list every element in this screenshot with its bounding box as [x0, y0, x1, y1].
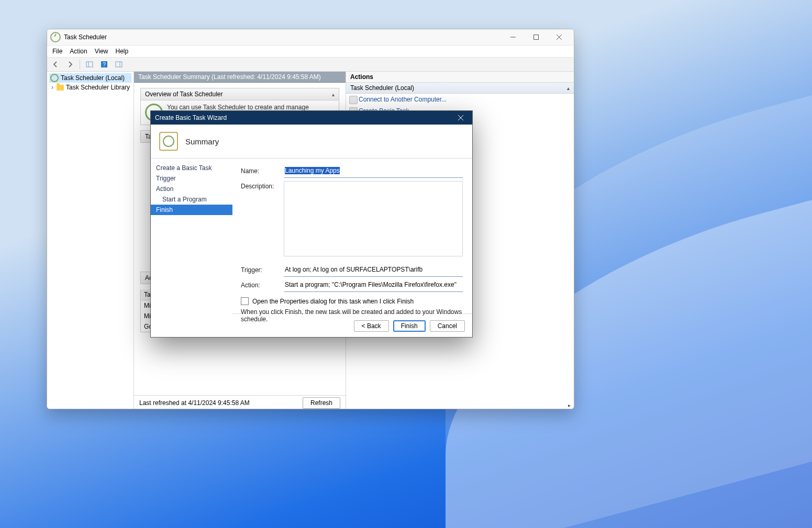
chevron-right-icon[interactable]: ›: [50, 84, 54, 91]
minimize-button[interactable]: [502, 29, 525, 45]
description-field[interactable]: [284, 181, 463, 256]
wizard-form: Name: Launching my Apps Description: Tri…: [232, 159, 472, 326]
label-trigger: Trigger:: [241, 265, 284, 274]
wizard-close-button[interactable]: [453, 113, 468, 123]
chevron-right-icon[interactable]: ▸: [568, 402, 571, 408]
last-refreshed-label: Last refreshed at 4/11/2024 9:45:58 AM: [139, 399, 250, 407]
create-basic-task-wizard: Create Basic Task Wizard Summary Create …: [150, 110, 473, 338]
tree-library-node[interactable]: › Task Scheduler Library: [49, 83, 131, 92]
svg-rect-8: [116, 62, 122, 67]
name-field[interactable]: Launching my Apps: [284, 166, 463, 178]
actions-pane-subtitle[interactable]: Task Scheduler (Local) ▴: [346, 83, 574, 94]
svg-rect-1: [534, 35, 539, 40]
help-button[interactable]: ?: [98, 58, 110, 71]
refresh-button[interactable]: Refresh: [303, 397, 340, 409]
svg-text:?: ?: [103, 62, 106, 68]
window-title: Task Scheduler: [64, 33, 107, 41]
wizard-title: Create Basic Task Wizard: [155, 114, 227, 121]
label-name: Name:: [241, 166, 284, 175]
toolbar: ?: [47, 58, 574, 72]
close-button[interactable]: [548, 29, 571, 45]
clock-icon: [50, 32, 61, 42]
step-action[interactable]: Action: [151, 184, 232, 194]
folder-icon: [57, 85, 64, 91]
center-footer: Last refreshed at 4/11/2024 9:45:58 AM R…: [134, 395, 346, 409]
show-hide-action-pane-button[interactable]: [113, 58, 125, 71]
tree-root-node[interactable]: Task Scheduler (Local): [49, 73, 131, 83]
open-properties-row[interactable]: Open the Properties dialog for this task…: [241, 297, 463, 305]
action-value: Start a program; "C:\Program Files\Mozil…: [285, 281, 457, 288]
open-properties-checkbox[interactable]: [241, 297, 249, 305]
console-tree[interactable]: Task Scheduler (Local) › Task Scheduler …: [47, 72, 134, 409]
actions-pane-title: Actions: [346, 72, 574, 83]
center-header: Task Scheduler Summary (Last refreshed: …: [134, 72, 346, 83]
row-trigger: Trigger: At log on; At log on of SURFACE…: [241, 265, 463, 277]
label-action: Action:: [241, 280, 284, 289]
menubar: File Action View Help: [47, 46, 574, 58]
wizard-header: Summary: [151, 125, 472, 159]
step-trigger[interactable]: Trigger: [151, 173, 232, 184]
action-connect-computer[interactable]: Connect to Another Computer...: [346, 94, 574, 105]
clock-icon: [50, 74, 59, 82]
row-description: Description:: [241, 181, 463, 256]
tree-library-label: Task Scheduler Library: [66, 84, 130, 91]
wizard-heading: Summary: [185, 137, 219, 146]
finish-button[interactable]: Finish: [393, 320, 426, 332]
tree-root-label: Task Scheduler (Local): [61, 74, 125, 82]
show-hide-console-tree-button[interactable]: [83, 58, 96, 71]
menu-action[interactable]: Action: [70, 48, 87, 55]
menu-help[interactable]: Help: [116, 48, 129, 55]
nav-back-button[interactable]: [49, 58, 62, 71]
step-create-basic-task[interactable]: Create a Basic Task: [151, 163, 232, 173]
row-action: Action: Start a program; "C:\Program Fil…: [241, 280, 463, 292]
row-name: Name: Launching my Apps: [241, 166, 463, 178]
actions-subtitle-label: Task Scheduler (Local): [350, 84, 414, 92]
svg-rect-4: [86, 62, 93, 67]
overview-section-title[interactable]: Overview of Task Scheduler ▴: [141, 88, 339, 100]
trigger-field: At log on; At log on of SURFACELAPTOPST\…: [284, 265, 463, 277]
name-value: Launching my Apps: [285, 167, 340, 174]
wizard-steps-list: Create a Basic Task Trigger Action Start…: [151, 159, 232, 326]
task-icon: [159, 132, 178, 151]
menu-file[interactable]: File: [52, 48, 62, 55]
open-properties-label: Open the Properties dialog for this task…: [252, 298, 414, 305]
trigger-value: At log on; At log on of SURFACELAPTOPST\…: [285, 266, 422, 273]
action-field: Start a program; "C:\Program Files\Mozil…: [284, 280, 463, 292]
step-finish[interactable]: Finish: [151, 205, 232, 215]
nav-forward-button[interactable]: [64, 58, 76, 71]
overview-title-label: Overview of Task Scheduler: [145, 91, 223, 98]
wizard-titlebar[interactable]: Create Basic Task Wizard: [151, 111, 472, 125]
chevron-up-icon[interactable]: ▴: [567, 85, 570, 91]
label-description: Description:: [241, 181, 284, 256]
back-button[interactable]: < Back: [354, 320, 389, 332]
menu-view[interactable]: View: [95, 48, 108, 55]
chevron-up-icon[interactable]: ▴: [332, 92, 335, 97]
cancel-button[interactable]: Cancel: [430, 320, 465, 332]
maximize-button[interactable]: [525, 29, 548, 45]
titlebar[interactable]: Task Scheduler: [47, 29, 574, 46]
step-start-a-program[interactable]: Start a Program: [151, 194, 232, 205]
